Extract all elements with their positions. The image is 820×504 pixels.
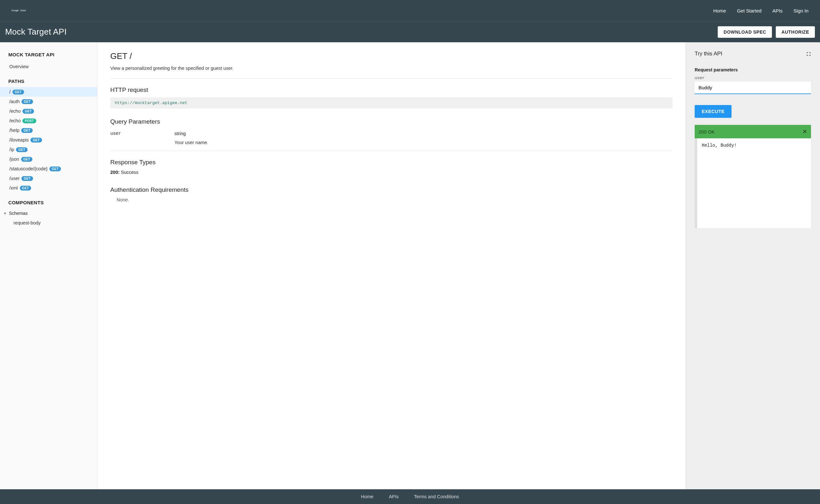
method-badge: GET [21, 157, 32, 162]
method-badge: GET [21, 128, 32, 133]
footer-link-home[interactable]: Home [361, 494, 373, 499]
sidebar-path-label: /ip [9, 147, 14, 152]
doc-panel: GET / View a personalized greeting for t… [97, 42, 685, 489]
response-status-bar: 200 OK ✕ [695, 125, 811, 138]
sidebar-path-item[interactable]: /authGET [0, 97, 97, 106]
request-parameters-label: Request parameters [695, 67, 811, 72]
footer-link-terms[interactable]: Terms and Conditions [414, 494, 459, 499]
authorize-button[interactable]: AUTHORIZE [776, 26, 815, 38]
divider [110, 78, 673, 79]
svg-text:Google: Google [12, 9, 19, 12]
method-badge: POST [22, 118, 36, 123]
sidebar-path-label: /statuscode/{code} [9, 166, 47, 171]
method-badge: GET [20, 186, 31, 191]
top-nav: Google Cloud Home Get Started APIs Sign … [0, 0, 820, 21]
close-icon[interactable]: ✕ [802, 128, 807, 135]
sidebar-path-label: /help [9, 128, 19, 133]
download-spec-button[interactable]: DOWNLOAD SPEC [718, 26, 772, 38]
param-type: string [174, 131, 185, 136]
query-params-heading: Query Parameters [110, 118, 673, 125]
endpoint-description: View a personalized greeting for the spe… [110, 66, 673, 71]
subheader-bar: Mock Target API DOWNLOAD SPEC AUTHORIZE [0, 21, 820, 42]
method-badge: GET [21, 99, 33, 104]
sidebar-path-label: /xml [9, 185, 18, 191]
method-badge: GET [49, 167, 61, 171]
sidebar-path-label: /echo [9, 118, 20, 123]
try-api-panel: Try this API Request parameters user EXE… [685, 42, 820, 489]
sidebar-path-item[interactable]: /echoPOST [0, 116, 97, 126]
user-field-label: user [695, 76, 811, 80]
sidebar-path-item[interactable]: /helpGET [0, 126, 97, 135]
sidebar-path-item[interactable]: /statuscode/{code}GET [0, 164, 97, 174]
sidebar-overview[interactable]: Overview [0, 62, 97, 71]
response-types-heading: Response Types [110, 159, 673, 166]
footer-link-apis[interactable]: APIs [389, 494, 399, 499]
nav-apis[interactable]: APIs [773, 8, 783, 13]
sidebar-path-item[interactable]: /echoGET [0, 106, 97, 116]
response-block: 200 OK ✕ Hello, Buddy! [695, 125, 811, 228]
response-code: 200: [110, 170, 119, 175]
param-name: user [110, 131, 174, 136]
execute-button[interactable]: EXECUTE [695, 105, 732, 118]
sidebar-path-label: /iloveapis [9, 137, 29, 142]
sidebar-path-item[interactable]: /xmlGET [0, 183, 97, 193]
auth-requirements-text: None. [110, 197, 673, 202]
method-badge: GET [22, 109, 34, 114]
sidebar-path-item[interactable]: /GET [0, 87, 97, 97]
top-nav-links: Home Get Started APIs Sign In [713, 8, 808, 13]
sidebar-path-label: /json [9, 157, 19, 162]
nav-get-started[interactable]: Get Started [737, 8, 762, 13]
method-badge: GET [12, 90, 24, 94]
method-badge: GET [21, 176, 33, 181]
sidebar-api-heading: MOCK TARGET API [0, 49, 97, 62]
sidebar-path-label: / [9, 89, 11, 94]
param-row: user string [110, 129, 673, 138]
divider [110, 151, 673, 151]
user-input[interactable] [695, 82, 811, 94]
sidebar-paths-heading: PATHS [0, 71, 97, 87]
method-badge: GET [30, 138, 42, 142]
sidebar-path-item[interactable]: /iloveapisGET [0, 135, 97, 145]
param-description: Your user name. [174, 138, 673, 145]
response-status-text: 200 OK [699, 129, 715, 134]
footer: Home APIs Terms and Conditions [0, 489, 820, 504]
google-cloud-logo-icon: Google Cloud [12, 9, 40, 12]
sidebar-path-label: /auth [9, 99, 20, 104]
method-badge: GET [16, 147, 27, 152]
svg-text:Cloud: Cloud [20, 9, 26, 12]
auth-heading: Authentication Requirements [110, 186, 673, 193]
response-body: Hello, Buddy! [695, 138, 811, 228]
response-line: 200: Success [110, 170, 673, 175]
sidebar-path-item[interactable]: /jsonGET [0, 154, 97, 164]
schemas-label: Schemas [9, 211, 28, 216]
sidebar-schemas-toggle[interactable]: ▾ Schemas [0, 208, 97, 218]
sidebar-path-item[interactable]: /ipGET [0, 145, 97, 154]
sidebar-components-heading: COMPONENTS [0, 193, 97, 208]
endpoint-heading: GET / [110, 51, 673, 61]
api-title: Mock Target API [5, 27, 67, 37]
try-api-heading: Try this API [695, 51, 722, 57]
caret-down-icon: ▾ [4, 211, 8, 216]
sidebar-path-label: /user [9, 176, 20, 181]
logo[interactable]: Google Cloud [12, 9, 40, 12]
nav-sign-in[interactable]: Sign In [793, 8, 808, 13]
expand-icon[interactable] [806, 52, 811, 56]
sidebar-path-item[interactable]: /userGET [0, 174, 97, 183]
http-request-url: https://mocktarget.apigee.net [110, 97, 673, 109]
sidebar-schema-request-body[interactable]: request-body [0, 218, 97, 228]
sidebar-path-label: /echo [9, 109, 20, 114]
sidebar: MOCK TARGET API Overview PATHS /GET/auth… [0, 42, 97, 489]
http-request-heading: HTTP request [110, 86, 673, 93]
nav-home[interactable]: Home [713, 8, 726, 13]
response-text: Success [121, 170, 138, 175]
